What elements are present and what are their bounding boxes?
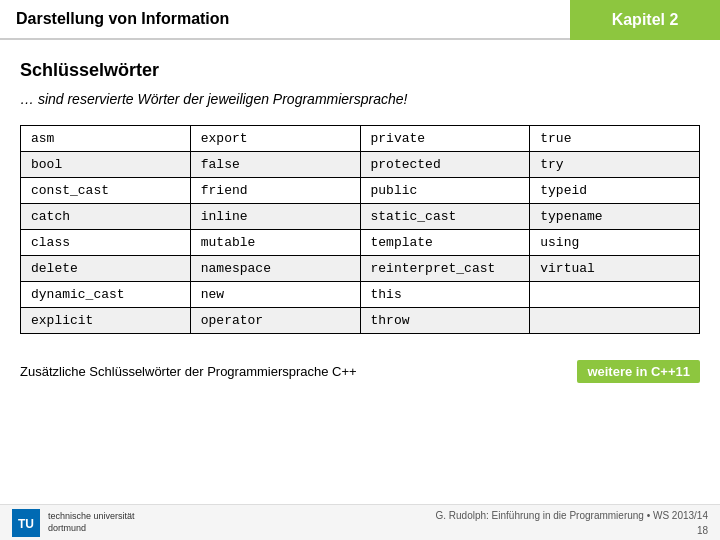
table-cell: catch: [21, 204, 191, 230]
table-cell: inline: [190, 204, 360, 230]
table-row: catchinlinestatic_casttypename: [21, 204, 700, 230]
tu-logo-icon: TU: [12, 509, 40, 537]
table-cell: bool: [21, 152, 191, 178]
table-cell: false: [190, 152, 360, 178]
table-cell: new: [190, 282, 360, 308]
kapitel-text: Kapitel 2: [612, 11, 679, 29]
table-cell: delete: [21, 256, 191, 282]
table-cell: true: [530, 126, 700, 152]
table-cell: using: [530, 230, 700, 256]
table-cell: typeid: [530, 178, 700, 204]
header-title: Darstellung von Information: [0, 0, 570, 40]
table-cell: protected: [360, 152, 530, 178]
svg-text:TU: TU: [18, 517, 34, 531]
section-subtitle: … sind reservierte Wörter der jeweiligen…: [20, 91, 700, 107]
table-cell: asm: [21, 126, 191, 152]
table-cell: operator: [190, 308, 360, 334]
main-content: Schlüsselwörter … sind reservierte Wörte…: [0, 40, 720, 360]
table-cell: static_cast: [360, 204, 530, 230]
logo-text: technische universität dortmund: [48, 511, 135, 534]
title-text: Darstellung von Information: [16, 10, 229, 28]
section-title: Schlüsselwörter: [20, 60, 700, 81]
table-row: const_castfriendpublictypeid: [21, 178, 700, 204]
table-cell: export: [190, 126, 360, 152]
table-cell: namespace: [190, 256, 360, 282]
weitere-badge: weitere in C++11: [577, 360, 700, 383]
keywords-table: asmexportprivatetrueboolfalseprotectedtr…: [20, 125, 700, 334]
table-cell: private: [360, 126, 530, 152]
kapitel-badge: Kapitel 2: [570, 0, 720, 40]
table-cell: class: [21, 230, 191, 256]
cpp-footer-text: Zusätzliche Schlüsselwörter der Programm…: [20, 364, 357, 379]
table-cell: const_cast: [21, 178, 191, 204]
table-cell: virtual: [530, 256, 700, 282]
table-row: dynamic_castnewthis: [21, 282, 700, 308]
table-row: asmexportprivatetrue: [21, 126, 700, 152]
table-cell: template: [360, 230, 530, 256]
table-cell: reinterpret_cast: [360, 256, 530, 282]
table-cell: mutable: [190, 230, 360, 256]
table-cell: explicit: [21, 308, 191, 334]
table-row: deletenamespacereinterpret_castvirtual: [21, 256, 700, 282]
table-row: explicitoperatorthrow: [21, 308, 700, 334]
table-cell: dynamic_cast: [21, 282, 191, 308]
table-cell: friend: [190, 178, 360, 204]
table-cell: try: [530, 152, 700, 178]
table-cell: typename: [530, 204, 700, 230]
bottom-bar: TU technische universität dortmund G. Ru…: [0, 504, 720, 540]
table-cell: [530, 308, 700, 334]
table-cell: [530, 282, 700, 308]
logo-area: TU technische universität dortmund: [12, 509, 135, 537]
bottom-citation: G. Rudolph: Einführung in die Programmie…: [435, 508, 708, 538]
table-cell: public: [360, 178, 530, 204]
table-cell: this: [360, 282, 530, 308]
footer-section: Zusätzliche Schlüsselwörter der Programm…: [0, 360, 720, 383]
table-row: boolfalseprotectedtry: [21, 152, 700, 178]
page-header: Darstellung von Information Kapitel 2: [0, 0, 720, 40]
table-cell: throw: [360, 308, 530, 334]
table-row: classmutabletemplateusing: [21, 230, 700, 256]
